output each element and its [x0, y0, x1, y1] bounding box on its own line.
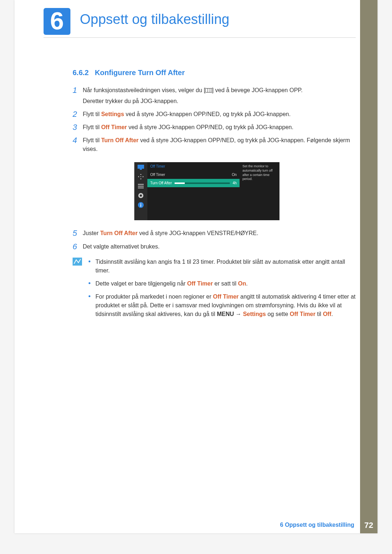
- svg-rect-8: [140, 204, 141, 207]
- note-post: .: [331, 311, 333, 317]
- step-text-highlight: Settings: [101, 111, 124, 117]
- note-highlight: Off Timer: [290, 311, 315, 317]
- osd-screenshot: Off Timer Off Timer On Turn Off After 4h…: [134, 162, 279, 220]
- step-text-line2: Deretter trykker du på JOG-knappen.: [83, 97, 356, 106]
- step-text-post: ved å styre JOG-knappen OPP/NED, og tryk…: [124, 111, 291, 117]
- step-2: 2 Flytt til Settings ved å styre JOG-kna…: [73, 110, 356, 119]
- note-text: Dette valget er bare tilgjengelig når Of…: [95, 279, 356, 288]
- svg-point-6: [140, 194, 142, 197]
- step-number: 1: [73, 86, 83, 95]
- step-text-plain: Det valgte alternativet brukes.: [83, 243, 160, 250]
- chapter-number-box: 6: [44, 8, 70, 35]
- footer: 6 Oppsett og tilbakestilling 72: [15, 517, 377, 533]
- step-number: 5: [73, 229, 83, 238]
- step-text-highlight: Off Timer: [101, 124, 127, 130]
- step-body: Flytt til Settings ved å styre JOG-knapp…: [83, 110, 356, 119]
- bullet-icon: [89, 260, 90, 262]
- note-item: Tidsinnstilt avslåing kan angis fra 1 ti…: [89, 258, 356, 275]
- footer-chapter: 6 Oppsett og tilbakestilling: [280, 517, 360, 533]
- svg-rect-0: [138, 165, 144, 169]
- menu-icon: [205, 88, 212, 93]
- step-text-pre: Når funksjonstastveiledningen vises, vel…: [83, 87, 205, 93]
- osd-label: Off Timer: [150, 172, 165, 177]
- note-item: Dette valget er bare tilgjengelig når Of…: [89, 279, 356, 288]
- note-icon: [73, 258, 82, 266]
- step-5: 5 Juster Turn Off After ved å styre JOG-…: [73, 229, 356, 238]
- step-number: 6: [73, 242, 83, 251]
- osd-slider: [175, 182, 229, 184]
- section-heading: 6.6.2 Konfigurere Turn Off After: [73, 67, 356, 78]
- margin-stripe: [360, 0, 377, 533]
- note-highlight: Settings: [243, 311, 266, 317]
- note-pre: Dette valget er bare tilgjengelig når: [95, 280, 187, 287]
- step-body: Flytt til Off Timer ved å styre JOG-knap…: [83, 123, 356, 132]
- step-text-post: ved å styre JOG-knappen VENSTRE/HØYRE.: [138, 230, 258, 236]
- step-body: Når funksjonstastveiledningen vises, vel…: [83, 86, 356, 106]
- footer-page-number: 72: [360, 517, 377, 533]
- picture-icon: [137, 164, 144, 170]
- osd-main: Off Timer Off Timer On Turn Off After 4h: [147, 162, 240, 220]
- note-highlight: Off Timer: [213, 294, 239, 300]
- step-text-highlight: Turn Off After: [101, 137, 139, 143]
- osd-label: Turn Off After: [150, 180, 172, 186]
- note-mid: og sette: [266, 311, 290, 317]
- note-arrow: →: [234, 311, 243, 317]
- move-icon: [137, 174, 144, 180]
- note-text: For produkter på markedet i noen regione…: [95, 292, 356, 319]
- svg-rect-2: [138, 184, 144, 185]
- step-body: Flytt til Turn Off After ved å styre JOG…: [83, 136, 356, 153]
- step-3: 3 Flytt til Off Timer ved å styre JOG-kn…: [73, 123, 356, 132]
- osd-sidebar: [134, 162, 147, 220]
- svg-rect-9: [140, 203, 141, 204]
- note-highlight: Off: [323, 311, 331, 317]
- info-icon: [137, 202, 144, 208]
- step-text-post: ] ved å bevege JOG-knappen OPP.: [212, 87, 303, 93]
- step-4: 4 Flytt til Turn Off After ved å styre J…: [73, 136, 356, 153]
- chapter-underline: [44, 37, 356, 38]
- step-number: 2: [73, 110, 83, 119]
- bullet-icon: [89, 282, 90, 284]
- step-text-pre: Juster: [83, 230, 100, 236]
- step-6: 6 Det valgte alternativet brukes.: [73, 242, 356, 251]
- osd-header: Off Timer: [147, 162, 240, 171]
- step-1: 1 Når funksjonstastveiledningen vises, v…: [73, 86, 356, 106]
- osd-row-offtimer: Off Timer On: [147, 171, 240, 179]
- step-number: 4: [73, 136, 83, 145]
- note-item: For produkter på markedet i noen regione…: [89, 292, 356, 319]
- step-text-pre: Flytt til: [83, 137, 101, 143]
- note-text: Tidsinnstilt avslåing kan angis fra 1 ti…: [95, 258, 356, 275]
- svg-rect-3: [138, 186, 144, 186]
- svg-rect-4: [138, 188, 144, 188]
- step-text-pre: Flytt til: [83, 124, 101, 130]
- step-text-pre: Flytt til: [83, 111, 101, 117]
- page: 6 Oppsett og tilbakestilling 6.6.2 Konfi…: [15, 0, 377, 533]
- step-body: Juster Turn Off After ved å styre JOG-kn…: [83, 229, 356, 238]
- bullet-icon: [89, 295, 90, 297]
- osd-description: Set the monitor to automatically turn of…: [240, 162, 279, 220]
- step-number: 3: [73, 123, 83, 132]
- step-text-post: ved å styre JOG-knappen OPP/NED, og tryk…: [127, 124, 294, 130]
- step-text-highlight: Turn Off After: [100, 230, 138, 236]
- chapter-title: Oppsett og tilbakestilling: [80, 12, 229, 27]
- note-menu: MENU: [217, 311, 234, 317]
- notes-block: Tidsinnstilt avslåing kan angis fra 1 ti…: [73, 258, 356, 323]
- step-body: Det valgte alternativet brukes.: [83, 242, 356, 251]
- content-area: 6.6.2 Konfigurere Turn Off After 1 Når f…: [73, 67, 356, 323]
- svg-rect-1: [140, 169, 142, 170]
- list-icon: [137, 183, 144, 189]
- osd-row-turnoffafter: Turn Off After 4h: [147, 179, 240, 187]
- section-number: 6.6.2: [73, 69, 89, 77]
- note-pre: For produkter på markedet i noen regione…: [95, 294, 213, 300]
- note-highlight: Off Timer: [187, 280, 213, 287]
- section-title: Konfigurere Turn Off After: [95, 69, 185, 77]
- osd-value: On: [232, 172, 237, 177]
- note-highlight: On: [238, 280, 246, 287]
- note-mid: er satt til: [213, 280, 238, 287]
- note-post: .: [246, 280, 248, 287]
- note-list: Tidsinnstilt avslåing kan angis fra 1 ti…: [89, 258, 356, 323]
- note-mid: til: [315, 311, 323, 317]
- osd-value: 4h: [233, 180, 237, 186]
- gear-icon: [137, 193, 144, 198]
